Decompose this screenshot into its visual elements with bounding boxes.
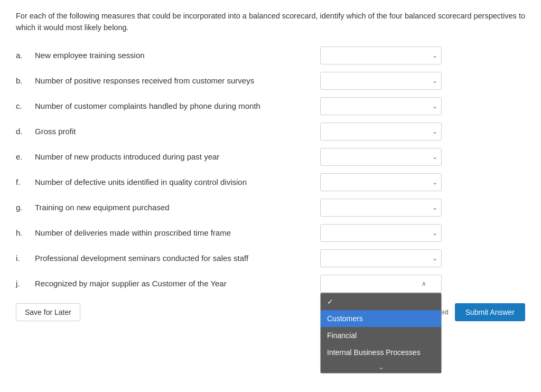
question-row-e: e.Number of new products introduced duri…: [16, 148, 525, 166]
dropdown-wrapper-e[interactable]: CustomersFinancialInternal Business Proc…: [320, 148, 442, 166]
dropdown-select-g[interactable]: CustomersFinancialInternal Business Proc…: [320, 199, 442, 217]
dropdown-option-customers[interactable]: Customers: [321, 310, 441, 327]
question-text-e: Number of new products introduced during…: [35, 151, 320, 162]
dropdown-wrapper-b[interactable]: CustomersFinancialInternal Business Proc…: [320, 72, 442, 90]
question-text-c: Number of customer complaints handled by…: [35, 100, 320, 111]
question-letter-a: a.: [16, 51, 35, 60]
dropdown-select-i[interactable]: CustomersFinancialInternal Business Proc…: [320, 249, 442, 267]
question-row-b: b.Number of positive responses received …: [16, 72, 525, 90]
question-letter-j: j.: [16, 279, 35, 288]
question-letter-h: h.: [16, 228, 35, 237]
dropdown-option-financial[interactable]: Financial: [321, 327, 441, 344]
dropdown-select-f[interactable]: CustomersFinancialInternal Business Proc…: [320, 173, 442, 191]
dropdown-trigger-j[interactable]: ∧: [320, 275, 442, 293]
dropdown-wrapper-d[interactable]: CustomersFinancialInternal Business Proc…: [320, 123, 442, 141]
dropdown-menu-footer: ⌄: [321, 361, 441, 373]
question-letter-f: f.: [16, 178, 35, 186]
dropdown-select-c[interactable]: CustomersFinancialInternal Business Proc…: [320, 97, 442, 115]
chevron-up-icon: ∧: [422, 280, 426, 287]
question-text-j: Recognized by major supplier as Customer…: [35, 278, 320, 289]
questions-container: a.New employee training sessionCustomers…: [16, 46, 525, 293]
dropdown-wrapper-j[interactable]: ∧✓CustomersFinancialInternal Business Pr…: [320, 275, 442, 293]
question-letter-b: b.: [16, 76, 35, 85]
dropdown-select-h[interactable]: CustomersFinancialInternal Business Proc…: [320, 224, 442, 242]
dropdown-select-a[interactable]: CustomersFinancialInternal Business Proc…: [320, 46, 442, 64]
question-letter-g: g.: [16, 203, 35, 212]
dropdown-wrapper-a[interactable]: CustomersFinancialInternal Business Proc…: [320, 46, 442, 64]
question-row-f: f.Number of defective units identified i…: [16, 173, 525, 191]
question-text-b: Number of positive responses received fr…: [35, 75, 320, 86]
dropdown-option-internal-business-processes[interactable]: Internal Business Processes: [321, 344, 441, 361]
question-letter-e: e.: [16, 152, 35, 161]
question-text-g: Training on new equipment purchased: [35, 202, 320, 213]
question-row-d: d.Gross profitCustomersFinancialInternal…: [16, 123, 525, 141]
check-icon: ✓: [327, 297, 333, 306]
dropdown-select-e[interactable]: CustomersFinancialInternal Business Proc…: [320, 148, 442, 166]
question-letter-c: c.: [16, 101, 35, 110]
dropdown-menu-j: ✓CustomersFinancialInternal Business Pro…: [320, 293, 442, 374]
question-text-a: New employee training session: [35, 50, 320, 61]
question-letter-d: d.: [16, 127, 35, 136]
question-text-h: Number of deliveries made within proscri…: [35, 227, 320, 238]
question-row-c: c.Number of customer complaints handled …: [16, 97, 525, 115]
dropdown-select-b[interactable]: CustomersFinancialInternal Business Proc…: [320, 72, 442, 90]
question-row-i: i.Professional development seminars cond…: [16, 249, 525, 267]
question-row-j: j.Recognized by major supplier as Custom…: [16, 275, 525, 293]
dropdown-wrapper-h[interactable]: CustomersFinancialInternal Business Proc…: [320, 224, 442, 242]
question-text-f: Number of defective units identified in …: [35, 176, 320, 188]
question-letter-i: i.: [16, 254, 35, 263]
dropdown-wrapper-i[interactable]: CustomersFinancialInternal Business Proc…: [320, 249, 442, 267]
instructions-text: For each of the following measures that …: [16, 11, 525, 34]
question-row-g: g.Training on new equipment purchasedCus…: [16, 199, 525, 217]
question-text-d: Gross profit: [35, 126, 320, 137]
bottom-bar: Save for Later f 1 used Submit Answer: [16, 303, 525, 321]
save-later-button[interactable]: Save for Later: [16, 303, 80, 321]
dropdown-wrapper-g[interactable]: CustomersFinancialInternal Business Proc…: [320, 199, 442, 217]
chevron-down-more-icon: ⌄: [378, 363, 384, 371]
dropdown-checkmark-row: ✓: [321, 293, 441, 310]
question-text-i: Professional development seminars conduc…: [35, 253, 320, 264]
question-row-h: h.Number of deliveries made within prosc…: [16, 224, 525, 242]
dropdown-select-d[interactable]: CustomersFinancialInternal Business Proc…: [320, 123, 442, 141]
submit-button[interactable]: Submit Answer: [455, 303, 525, 321]
question-row-a: a.New employee training sessionCustomers…: [16, 46, 525, 64]
dropdown-wrapper-c[interactable]: CustomersFinancialInternal Business Proc…: [320, 97, 442, 115]
dropdown-wrapper-f[interactable]: CustomersFinancialInternal Business Proc…: [320, 173, 442, 191]
